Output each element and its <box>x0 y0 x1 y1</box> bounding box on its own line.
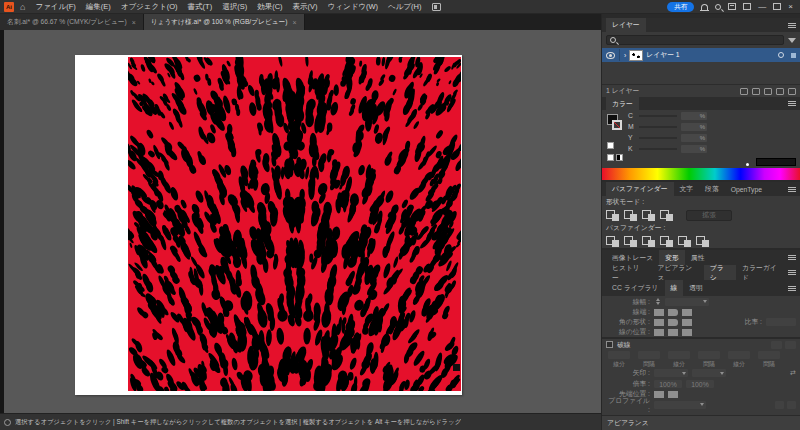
visibility-eye-icon[interactable] <box>606 52 615 59</box>
tab-opentype[interactable]: OpenType <box>725 182 768 196</box>
ratio-field[interactable] <box>766 318 796 326</box>
gap-field[interactable] <box>758 351 780 359</box>
projecting-cap-icon[interactable] <box>682 309 692 316</box>
locate-object-icon[interactable] <box>740 88 748 95</box>
tab-stroke[interactable]: 線 <box>665 280 684 296</box>
tab-paragraph[interactable]: 段落 <box>699 182 725 196</box>
menu-effect[interactable]: 効果(C) <box>253 0 286 13</box>
filter-icon[interactable] <box>788 38 796 43</box>
scale-start-field[interactable]: 100% <box>654 380 682 388</box>
stroke-swatch-none[interactable] <box>612 120 622 130</box>
align-outside-icon[interactable] <box>682 329 692 336</box>
scale-end-field[interactable]: 100% <box>686 380 714 388</box>
panel-dock-icon[interactable] <box>743 3 751 10</box>
dash-align-icon[interactable] <box>785 341 796 349</box>
channel-value-field[interactable]: % <box>681 134 707 142</box>
round-join-icon[interactable] <box>668 319 678 326</box>
arrow-start-select[interactable] <box>654 369 688 377</box>
notifications-icon[interactable] <box>701 4 708 10</box>
leopard-pattern-artwork[interactable] <box>128 57 461 391</box>
appearance-panel-tab[interactable]: アピアランス <box>602 415 800 430</box>
stroke-width-stepper[interactable] <box>654 297 661 306</box>
layer-name[interactable]: レイヤー 1 <box>646 50 679 60</box>
align-inside-icon[interactable] <box>668 329 678 336</box>
menu-view[interactable]: 表示(V) <box>289 0 322 13</box>
target-circle-icon[interactable] <box>778 52 784 58</box>
minus-back-icon[interactable] <box>696 236 709 247</box>
white-swatch[interactable] <box>607 142 614 149</box>
tab-layers[interactable]: レイヤー <box>606 18 646 32</box>
channel-value-field[interactable]: % <box>681 112 707 120</box>
panel-menu-icon[interactable] <box>788 257 796 258</box>
close-window-button[interactable]: × <box>788 2 793 12</box>
close-tab-icon[interactable]: × <box>132 19 136 26</box>
flip-along-icon[interactable] <box>775 401 784 409</box>
tab-history[interactable]: ヒストリー <box>606 265 651 280</box>
channel-value-field[interactable]: % <box>681 145 707 153</box>
expander-icon[interactable]: › <box>624 52 626 59</box>
exclude-icon[interactable] <box>660 210 673 221</box>
make-mask-icon[interactable] <box>752 88 760 95</box>
tip-inside-icon[interactable] <box>668 391 678 398</box>
divide-icon[interactable] <box>606 236 619 247</box>
merge-icon[interactable] <box>642 236 655 247</box>
tab-color[interactable]: カラー <box>606 97 639 110</box>
new-layer-icon[interactable] <box>776 88 784 95</box>
dash-field[interactable] <box>728 351 750 359</box>
stroke-width-select[interactable] <box>665 298 709 306</box>
panel-menu-icon[interactable] <box>788 25 796 26</box>
collapsed-toolbar[interactable] <box>0 30 4 413</box>
menu-help[interactable]: ヘルプ(H) <box>384 0 425 13</box>
selection-anchor[interactable] <box>453 364 460 371</box>
dashed-checkbox[interactable] <box>606 341 613 348</box>
minimize-window-button[interactable]: — <box>758 2 766 12</box>
channel-slider[interactable] <box>639 126 677 128</box>
color-spectrum-bar[interactable] <box>602 168 800 180</box>
outline-icon[interactable] <box>678 236 691 247</box>
gap-field[interactable] <box>698 351 720 359</box>
restore-window-button[interactable] <box>773 3 781 10</box>
gap-field[interactable] <box>638 351 660 359</box>
new-sublayer-icon[interactable] <box>764 88 772 95</box>
document-tab-meishi[interactable]: 名刺.ai* @ 66.67 % (CMYK/プレビュー) × <box>0 14 144 30</box>
menu-file[interactable]: ファイル(F) <box>31 0 79 13</box>
tab-pathfinder[interactable]: パスファインダー <box>606 182 674 196</box>
panel-menu-icon[interactable] <box>788 272 796 273</box>
crop-icon[interactable] <box>660 236 673 247</box>
share-button[interactable]: 共有 <box>667 2 694 12</box>
layer-thumbnail[interactable] <box>630 51 642 60</box>
none-swatch[interactable] <box>607 154 614 161</box>
home-icon[interactable]: ⌂ <box>20 2 25 12</box>
profile-select[interactable] <box>654 401 706 409</box>
arrow-end-select[interactable] <box>692 369 726 377</box>
miter-join-icon[interactable] <box>654 319 664 326</box>
arrange-documents-icon[interactable] <box>432 3 441 11</box>
layer-row[interactable]: › レイヤー 1 <box>602 48 800 62</box>
channel-value-field[interactable]: % <box>681 123 707 131</box>
search-icon[interactable] <box>715 4 721 10</box>
menu-edit[interactable]: 編集(E) <box>82 0 115 13</box>
tab-color-guide[interactable]: カラーガイド <box>736 265 788 280</box>
tab-character[interactable]: 文字 <box>674 182 700 196</box>
panel-menu-icon[interactable] <box>788 103 796 104</box>
channel-slider[interactable] <box>639 137 677 139</box>
flip-across-icon[interactable] <box>787 401 796 409</box>
channel-slider[interactable] <box>639 115 677 117</box>
minus-front-icon[interactable] <box>624 210 637 221</box>
round-cap-icon[interactable] <box>668 309 678 316</box>
tab-transparency[interactable]: 透明 <box>683 280 709 296</box>
dash-preserve-icon[interactable] <box>771 341 782 349</box>
menu-object[interactable]: オブジェクト(O) <box>117 0 182 13</box>
unite-icon[interactable] <box>606 210 619 221</box>
dash-field[interactable] <box>608 351 630 359</box>
workspace-switcher-icon[interactable] <box>728 3 736 10</box>
dash-field[interactable] <box>668 351 690 359</box>
menu-window[interactable]: ウィンドウ(W) <box>324 0 382 13</box>
butt-cap-icon[interactable] <box>654 309 664 316</box>
expand-button[interactable]: 拡張 <box>686 210 732 221</box>
menu-select[interactable]: 選択(S) <box>218 0 251 13</box>
canvas-pasteboard[interactable] <box>0 30 601 413</box>
swap-arrows-icon[interactable]: ⇄ <box>790 369 796 377</box>
close-tab-icon[interactable]: × <box>293 19 297 26</box>
panel-menu-icon[interactable] <box>788 288 796 289</box>
